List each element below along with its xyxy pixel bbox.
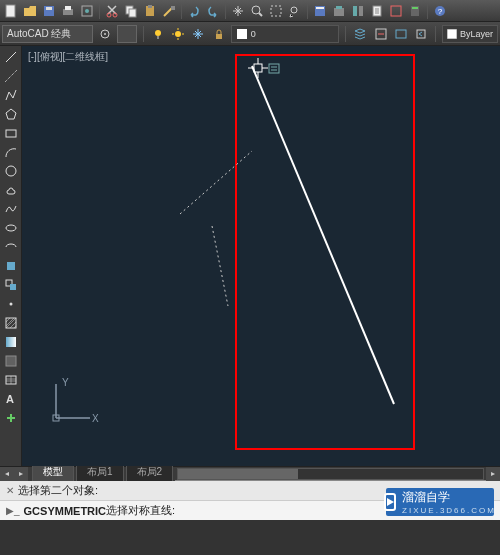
scroll-right-icon[interactable]: ▸ (14, 467, 28, 481)
watermark-sub: ZIXUE.3D66.COM (402, 506, 496, 515)
line-icon[interactable] (2, 48, 20, 66)
toolbar-divider (181, 3, 182, 19)
toolbar-divider (307, 3, 308, 19)
tab-model-label: 模型 (43, 466, 63, 477)
addselected-icon[interactable] (2, 409, 20, 427)
svg-point-30 (104, 33, 106, 35)
draw-toolbar: A (0, 46, 22, 466)
svg-line-52 (252, 66, 394, 404)
svg-point-46 (9, 303, 12, 306)
svg-rect-20 (336, 6, 342, 9)
command-prompt-text: 选择对称直线: (106, 503, 175, 518)
layer-prev-icon[interactable] (413, 25, 429, 43)
layer-match-icon[interactable] (393, 25, 409, 43)
plot-preview-icon[interactable] (78, 2, 96, 20)
standard-toolbar: ? (0, 0, 500, 22)
drawing-viewport[interactable]: [-][俯视][二维线框] (22, 46, 500, 466)
layer-lock-icon[interactable] (210, 25, 226, 43)
layout-tabs: 模型 布局1 布局2 (28, 467, 175, 481)
new-icon[interactable] (2, 2, 20, 20)
ellipse-icon[interactable] (2, 219, 20, 237)
svg-text:A: A (6, 393, 14, 405)
rectangle-icon[interactable] (2, 124, 20, 142)
polygon-icon[interactable] (2, 105, 20, 123)
design-center-icon[interactable] (330, 2, 348, 20)
help-icon[interactable]: ? (431, 2, 449, 20)
command-prompt-icon: ▶_ (6, 505, 20, 516)
toolbar-divider (143, 26, 144, 42)
revcloud-icon[interactable] (2, 181, 20, 199)
play-icon (384, 493, 396, 511)
markup-icon[interactable] (387, 2, 405, 20)
tab-layout2-label: 布局2 (137, 466, 163, 477)
gradient-icon[interactable] (2, 333, 20, 351)
layer-state-icon[interactable] (373, 25, 389, 43)
color-dropdown[interactable]: ByLayer (442, 25, 498, 43)
layer-manage-icon[interactable] (352, 25, 368, 43)
zoom-icon[interactable] (248, 2, 266, 20)
svg-rect-13 (171, 6, 175, 10)
svg-text:Y: Y (62, 378, 69, 388)
pan-icon[interactable] (229, 2, 247, 20)
layer-dropdown[interactable]: 0 (231, 25, 340, 43)
svg-line-53 (180, 151, 252, 214)
svg-rect-18 (316, 7, 324, 9)
layer-bulb-icon[interactable] (150, 25, 166, 43)
spline-icon[interactable] (2, 200, 20, 218)
xline-icon[interactable] (2, 67, 20, 85)
layer-sun-icon[interactable] (170, 25, 186, 43)
table-icon[interactable] (2, 371, 20, 389)
ellipse-arc-icon[interactable] (2, 238, 20, 256)
svg-rect-12 (148, 5, 152, 8)
scrollbar-horizontal: ◂ ▸ 模型 布局1 布局2 ▸ (0, 466, 500, 480)
circle-icon[interactable] (2, 162, 20, 180)
hatch-icon[interactable] (2, 314, 20, 332)
print-icon[interactable] (59, 2, 77, 20)
tool-palette-icon[interactable] (349, 2, 367, 20)
command-history-text: 选择第二个对象: (18, 483, 98, 498)
save-icon[interactable] (40, 2, 58, 20)
match-prop-icon[interactable] (160, 2, 178, 20)
layer-freeze-icon[interactable] (190, 25, 206, 43)
make-block-icon[interactable] (2, 276, 20, 294)
watermark-main: 溜溜自学 (402, 490, 450, 504)
svg-point-6 (85, 9, 89, 13)
zoom-window-icon[interactable] (267, 2, 285, 20)
cut-icon[interactable] (103, 2, 121, 20)
scrollbar-thumb[interactable] (178, 469, 298, 479)
mtext-icon[interactable]: A (2, 390, 20, 408)
redo-icon[interactable] (204, 2, 222, 20)
toolbar-divider (345, 26, 346, 42)
search-input[interactable] (117, 25, 137, 43)
paste-icon[interactable] (141, 2, 159, 20)
cursor-badge-icon (268, 63, 280, 75)
scrollbar-track[interactable] (177, 468, 484, 480)
scroll-left-icon[interactable]: ◂ (0, 467, 14, 481)
close-cmd-icon[interactable]: ✕ (6, 485, 14, 496)
calc-icon[interactable] (406, 2, 424, 20)
sheet-set-icon[interactable] (368, 2, 386, 20)
region-icon[interactable] (2, 352, 20, 370)
insert-block-icon[interactable] (2, 257, 20, 275)
scroll-right-end-icon[interactable]: ▸ (486, 467, 500, 481)
toolbar-divider (99, 3, 100, 19)
open-icon[interactable] (21, 2, 39, 20)
zoom-previous-icon[interactable] (286, 2, 304, 20)
workspace-selector[interactable]: AutoCAD 经典 (2, 25, 93, 43)
command-name: GCSYMMETRIC (24, 505, 107, 517)
workspace-settings-icon[interactable] (97, 25, 113, 43)
svg-rect-26 (412, 7, 418, 9)
point-icon[interactable] (2, 295, 20, 313)
workspace-toolbar: AutoCAD 经典 0 ByLayer (0, 22, 500, 46)
svg-point-31 (155, 30, 161, 36)
properties-icon[interactable] (311, 2, 329, 20)
toolbar-divider (435, 26, 436, 42)
arc-icon[interactable] (2, 143, 20, 161)
undo-icon[interactable] (185, 2, 203, 20)
svg-rect-39 (447, 29, 457, 39)
svg-rect-35 (237, 29, 247, 39)
copy-icon[interactable] (122, 2, 140, 20)
svg-rect-21 (353, 6, 357, 16)
polyline-icon[interactable] (2, 86, 20, 104)
svg-rect-24 (391, 6, 401, 16)
